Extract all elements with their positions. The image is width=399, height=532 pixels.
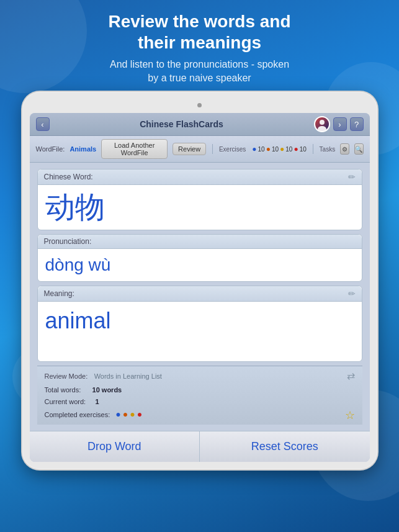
- chinese-word-body: 动物: [38, 185, 362, 229]
- completed-dot-blue: ●: [115, 407, 120, 422]
- score-dot-yellow: ●: [280, 145, 284, 153]
- score-dot-blue: ●: [252, 145, 256, 153]
- search-button[interactable]: 🔍: [354, 143, 364, 155]
- svg-point-2: [318, 126, 326, 131]
- chinese-word-value: 动物: [45, 190, 354, 224]
- meaning-label: Meaning:: [44, 289, 74, 298]
- current-word-label: Current word:: [45, 398, 86, 405]
- review-mode-value: Words in Learning List: [94, 372, 162, 380]
- meaning-edit-icon[interactable]: ✏: [348, 289, 356, 299]
- total-words-row: Total words: 10 words: [45, 384, 143, 396]
- edit-icon[interactable]: ✏: [348, 172, 356, 182]
- chinese-word-header: Chinese Word: ✏: [38, 169, 362, 185]
- review-button[interactable]: Review: [173, 143, 206, 155]
- score-dot-orange: ●: [266, 145, 271, 153]
- meaning-header: Meaning: ✏: [38, 286, 362, 302]
- score-dot-red: ●: [294, 145, 298, 153]
- meaning-body: animal: [38, 302, 362, 361]
- toolbar-separator: [212, 144, 213, 154]
- toolbar-row: WordFile: Animals Load Another WordFile …: [30, 136, 370, 163]
- pronunciation-header: Pronunciation:: [38, 235, 362, 249]
- app-titlebar: ‹ Chinese FlashCards › ?: [30, 113, 370, 136]
- gear-button[interactable]: ⚙: [340, 143, 349, 155]
- pronunciation-value: dòng wù: [45, 254, 354, 276]
- help-button[interactable]: ?: [350, 117, 364, 131]
- stats-block: Total words: 10 words Current word: 1 Co…: [45, 384, 143, 422]
- star-icon[interactable]: ☆: [345, 409, 355, 422]
- wordfile-value: Animals: [69, 145, 96, 153]
- svg-point-1: [320, 120, 325, 125]
- ipad-top-bar: [30, 99, 370, 110]
- toolbar-separator2: [313, 144, 313, 154]
- status-bar: Review Mode: Words in Learning List ⇄ To…: [37, 366, 362, 425]
- load-wordfile-button[interactable]: Load Another WordFile: [101, 139, 168, 159]
- ipad-screen: ‹ Chinese FlashCards › ?: [30, 113, 370, 462]
- total-words-value: 10 words: [92, 386, 122, 394]
- current-word-value: 1: [95, 398, 99, 405]
- star-container: ☆: [345, 408, 355, 422]
- ipad-frame: ‹ Chinese FlashCards › ?: [22, 92, 377, 469]
- total-words-label: Total words:: [45, 386, 81, 394]
- chinese-word-label: Chinese Word:: [44, 173, 93, 181]
- current-word-row: Current word: 1: [45, 396, 143, 408]
- completed-dot-red: ●: [137, 407, 142, 422]
- meaning-card: Meaning: ✏ animal: [37, 286, 362, 362]
- app-title: Chinese FlashCards: [50, 119, 314, 129]
- back-button[interactable]: ‹: [36, 117, 50, 131]
- tasks-label: Tasks: [320, 146, 336, 153]
- forward-button[interactable]: ›: [333, 117, 347, 131]
- wordfile-label: WordFile:: [36, 145, 65, 153]
- pronunciation-body: dòng wù: [38, 249, 362, 281]
- header-subtitle: And listen to the pronunciations - spoke…: [19, 58, 380, 84]
- header-section: Review the words and their meanings And …: [0, 0, 399, 92]
- meaning-value: animal: [45, 307, 354, 356]
- bottom-buttons: Drop Word Reset Scores: [30, 431, 370, 462]
- score-yellow: 10: [285, 146, 292, 153]
- header-title: Review the words and their meanings: [19, 11, 380, 53]
- score-blue: 10: [258, 146, 265, 153]
- review-mode-row: Review Mode: Words in Learning List ⇄: [45, 370, 355, 382]
- profile-icon[interactable]: [314, 116, 330, 132]
- shuffle-icon[interactable]: ⇄: [347, 370, 355, 382]
- review-mode-label: Review Mode:: [45, 372, 88, 380]
- ipad-camera: [197, 103, 202, 107]
- reset-scores-button[interactable]: Reset Scores: [200, 431, 370, 462]
- titlebar-right: › ?: [314, 116, 364, 132]
- exercises-label: Exercises: [219, 146, 246, 153]
- drop-word-button[interactable]: Drop Word: [30, 431, 200, 462]
- exercises-scores: ● 10 ● 10 ● 10 ● 10: [252, 145, 307, 153]
- titlebar-left: ‹: [36, 117, 50, 131]
- stats-star-row: Total words: 10 words Current word: 1 Co…: [45, 384, 355, 422]
- main-content: Chinese Word: ✏ 动物 Pronunciation: dòng w…: [30, 163, 370, 431]
- completed-dot-yellow: ●: [130, 407, 135, 422]
- score-red: 10: [300, 146, 307, 153]
- review-mode-info: Review Mode: Words in Learning List: [45, 370, 162, 381]
- pronunciation-card: Pronunciation: dòng wù: [37, 234, 362, 282]
- completed-exercises-row: Completed exercises: ● ● ● ●: [45, 407, 143, 422]
- score-orange: 10: [272, 146, 279, 153]
- completed-dot-orange: ●: [123, 407, 128, 422]
- completed-exercises-label: Completed exercises:: [45, 409, 110, 421]
- pronunciation-label: Pronunciation:: [44, 237, 92, 246]
- chinese-word-card: Chinese Word: ✏ 动物: [37, 169, 362, 230]
